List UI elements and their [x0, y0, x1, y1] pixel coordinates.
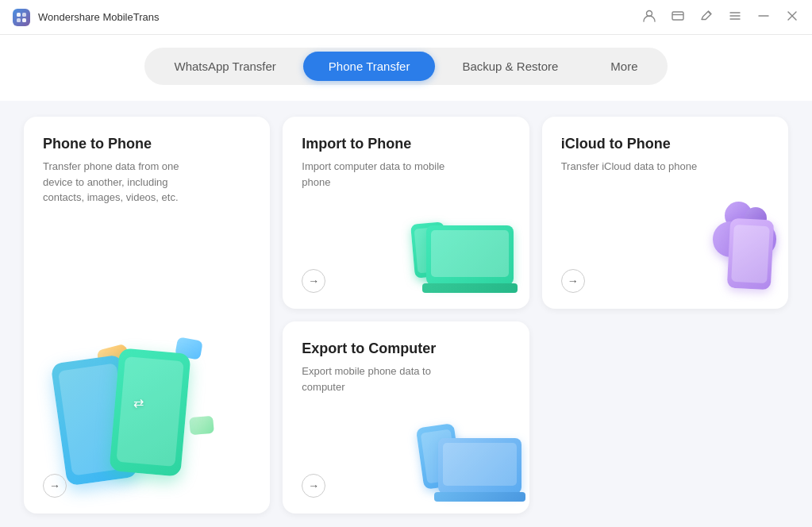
card-import-to-phone[interactable]: Import to Phone Import computer data to … — [283, 117, 529, 309]
minimize-icon[interactable] — [756, 9, 771, 26]
svg-rect-2 — [17, 18, 21, 22]
card-export-to-computer[interactable]: Export to Computer Export mobile phone d… — [283, 321, 529, 514]
card-icloud-to-phone[interactable]: iCloud to Phone Transfer iCloud data to … — [542, 117, 788, 309]
card-icloud-arrow[interactable]: → — [561, 269, 585, 293]
tab-backup-restore[interactable]: Backup & Restore — [437, 52, 583, 81]
nav-area: WhatsApp Transfer Phone Transfer Backup … — [0, 35, 812, 101]
card-icloud-title: iCloud to Phone — [561, 136, 769, 152]
main-content: Phone to Phone Transfer phone data from … — [0, 101, 812, 527]
import-illustration: → — [410, 206, 521, 301]
card-import-desc: Import computer data to mobile phone — [302, 159, 444, 190]
titlebar-left: Wondershare MobileTrans — [13, 9, 159, 26]
card-import-title: Import to Phone — [302, 136, 510, 152]
titlebar-controls — [642, 9, 799, 26]
card-export-title: Export to Computer — [302, 340, 510, 357]
export-illustration: → — [406, 414, 525, 510]
svg-rect-3 — [22, 18, 26, 22]
menu-icon[interactable] — [728, 9, 742, 26]
nav-tabs: WhatsApp Transfer Phone Transfer Backup … — [144, 48, 667, 85]
phone-icloud-screen — [731, 225, 770, 283]
icloud-illustration: ↓ — [665, 206, 784, 301]
laptop-export-screen — [443, 443, 517, 486]
profile-icon[interactable] — [642, 9, 656, 26]
transfer-arrows: ⇄ — [133, 395, 144, 410]
tab-more[interactable]: More — [585, 52, 663, 81]
phone-icloud-shape — [727, 218, 775, 290]
laptop-export-body — [438, 438, 521, 494]
card-export-desc: Export mobile phone data to computer — [302, 364, 444, 394]
laptop-export-base — [434, 492, 525, 502]
app-title-text: Wondershare MobileTrans — [38, 11, 159, 23]
phone-pair-illustration: ⇄ — [51, 323, 225, 482]
edit-icon[interactable] — [699, 9, 714, 26]
tab-phone-transfer[interactable]: Phone Transfer — [303, 52, 436, 81]
tab-whatsapp-transfer[interactable]: WhatsApp Transfer — [148, 52, 301, 81]
card-phone-to-phone-arrow[interactable]: → — [43, 474, 67, 498]
svg-rect-1 — [22, 13, 26, 17]
window-icon[interactable] — [671, 9, 685, 26]
float-decoration-3 — [189, 416, 214, 436]
card-export-arrow[interactable]: → — [302, 474, 325, 498]
laptop-body-import — [426, 225, 514, 285]
phone-right-shape — [110, 348, 191, 476]
card-phone-to-phone-title: Phone to Phone — [43, 136, 251, 152]
app-icon — [13, 9, 30, 26]
svg-rect-0 — [17, 13, 21, 17]
card-phone-to-phone-desc: Transfer phone data from one device to a… — [43, 159, 186, 206]
titlebar: Wondershare MobileTrans — [0, 0, 812, 35]
laptop-base-import — [422, 283, 518, 293]
card-phone-to-phone[interactable]: Phone to Phone Transfer phone data from … — [24, 117, 270, 514]
card-import-arrow[interactable]: → — [302, 269, 325, 293]
card-icloud-desc: Transfer iCloud data to phone — [561, 159, 704, 175]
svg-rect-5 — [672, 12, 683, 20]
laptop-screen-import — [431, 230, 509, 277]
close-icon[interactable] — [785, 9, 799, 26]
